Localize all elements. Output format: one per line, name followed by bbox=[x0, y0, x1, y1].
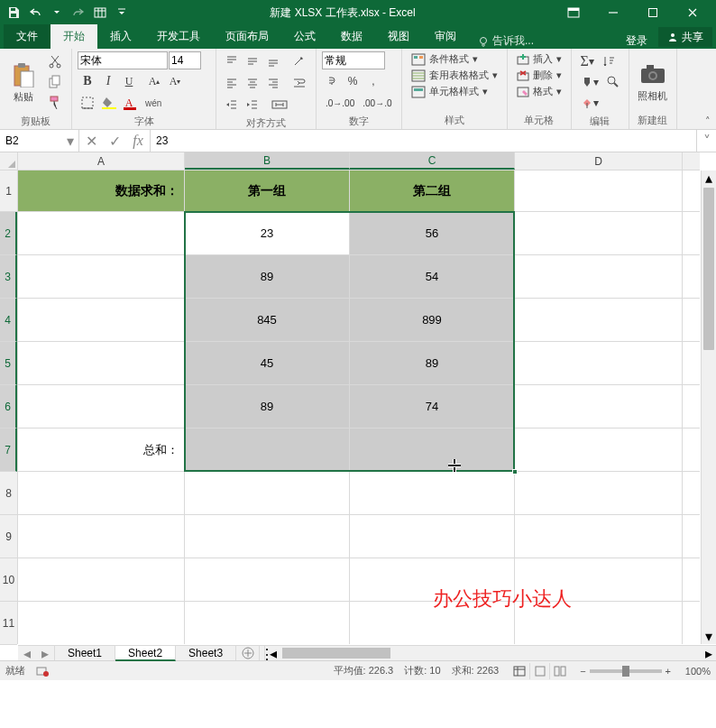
clear-icon[interactable]: ▾ bbox=[577, 93, 602, 113]
decrease-indent-icon[interactable] bbox=[222, 95, 242, 115]
increase-font-icon[interactable]: A▴ bbox=[144, 71, 164, 91]
conditional-format-button[interactable]: 条件格式 ▾ bbox=[408, 51, 501, 67]
currency-icon[interactable] bbox=[322, 71, 342, 91]
row-header[interactable]: 10 bbox=[0, 558, 17, 602]
cell[interactable]: 54 bbox=[350, 255, 515, 298]
find-select-icon[interactable] bbox=[603, 72, 623, 92]
row-header[interactable]: 3 bbox=[0, 255, 17, 299]
tell-me[interactable]: 告诉我... bbox=[469, 33, 543, 49]
row-header[interactable]: 4 bbox=[0, 299, 17, 342]
scroll-up-icon[interactable]: ▴ bbox=[702, 170, 716, 186]
autosum-icon[interactable]: Σ ▾ bbox=[577, 51, 598, 71]
bold-button[interactable]: B bbox=[78, 71, 97, 91]
cell[interactable] bbox=[18, 558, 185, 601]
save-icon[interactable] bbox=[4, 3, 23, 23]
view-page-layout-icon[interactable] bbox=[529, 663, 549, 679]
fx-icon[interactable]: fx bbox=[126, 130, 150, 152]
row-header[interactable]: 7 bbox=[0, 429, 17, 472]
cell[interactable] bbox=[515, 515, 683, 558]
name-box-input[interactable] bbox=[0, 134, 63, 147]
row-header[interactable]: 5 bbox=[0, 342, 17, 385]
sheet-nav-next-icon[interactable]: ▸ bbox=[36, 646, 54, 660]
tab-home[interactable]: 开始 bbox=[50, 24, 97, 49]
increase-indent-icon[interactable] bbox=[243, 95, 262, 115]
cell[interactable] bbox=[515, 472, 683, 514]
column-header[interactable]: D bbox=[515, 152, 683, 170]
decrease-decimal-icon[interactable]: .00→.0 bbox=[359, 93, 395, 113]
column-header[interactable]: C bbox=[350, 152, 515, 170]
cell[interactable]: 第一组 bbox=[185, 170, 350, 211]
zoom-control[interactable]: − + 100% bbox=[580, 666, 711, 677]
cell[interactable] bbox=[185, 515, 350, 558]
scroll-thumb[interactable] bbox=[703, 188, 714, 350]
sort-filter-icon[interactable] bbox=[599, 51, 619, 71]
cell[interactable] bbox=[18, 515, 185, 558]
share-button[interactable]: 共享 bbox=[658, 27, 712, 47]
paste-button[interactable]: 粘贴 bbox=[5, 51, 41, 113]
scroll-thumb[interactable] bbox=[282, 648, 390, 659]
cell[interactable]: 899 bbox=[350, 299, 515, 341]
horizontal-scrollbar[interactable]: ⋮ ◂ ▸ bbox=[260, 646, 716, 660]
tab-formula[interactable]: 公式 bbox=[281, 24, 328, 49]
formula-input[interactable] bbox=[151, 130, 696, 152]
orientation-icon[interactable] bbox=[289, 51, 308, 71]
cell[interactable] bbox=[18, 602, 185, 644]
format-as-table-button[interactable]: 套用表格格式 ▾ bbox=[408, 68, 501, 83]
phonetic-button[interactable]: wén bbox=[142, 93, 165, 113]
italic-button[interactable]: I bbox=[98, 71, 118, 91]
cell[interactable] bbox=[185, 429, 350, 471]
cell[interactable] bbox=[515, 255, 683, 298]
format-painter-icon[interactable] bbox=[44, 93, 66, 113]
copy-icon[interactable] bbox=[44, 72, 66, 92]
undo-more-icon[interactable] bbox=[47, 3, 67, 23]
align-top-icon[interactable] bbox=[222, 51, 242, 71]
sheet-nav-prev-icon[interactable]: ◂ bbox=[18, 646, 36, 660]
sheet-tab[interactable]: Sheet1 bbox=[55, 646, 115, 660]
row-header[interactable]: 9 bbox=[0, 515, 17, 558]
row-header[interactable]: 1 bbox=[0, 170, 17, 212]
camera-button[interactable]: 照相机 bbox=[635, 51, 671, 112]
cell[interactable] bbox=[515, 385, 683, 428]
comma-icon[interactable]: , bbox=[363, 71, 383, 91]
cell[interactable] bbox=[515, 342, 683, 384]
minimize-icon[interactable] bbox=[593, 0, 633, 25]
cancel-formula-icon[interactable]: ✕ bbox=[79, 130, 103, 152]
cell[interactable]: 74 bbox=[350, 385, 515, 428]
cell[interactable] bbox=[18, 342, 185, 384]
cell[interactable] bbox=[515, 299, 683, 341]
row-header[interactable]: 8 bbox=[0, 472, 17, 515]
font-size-select[interactable] bbox=[169, 51, 201, 69]
cell[interactable] bbox=[185, 558, 350, 601]
font-color-button[interactable]: A bbox=[121, 93, 141, 113]
cell[interactable] bbox=[185, 602, 350, 644]
tab-view[interactable]: 视图 bbox=[375, 24, 422, 49]
scroll-left-icon[interactable]: ◂ bbox=[265, 646, 280, 660]
align-left-icon[interactable] bbox=[222, 73, 242, 93]
tab-layout[interactable]: 页面布局 bbox=[213, 24, 281, 49]
cell[interactable] bbox=[350, 515, 515, 558]
fill-color-button[interactable] bbox=[98, 93, 120, 113]
scroll-right-icon[interactable]: ▸ bbox=[701, 646, 716, 660]
column-header[interactable]: A bbox=[18, 152, 185, 170]
undo-icon[interactable] bbox=[25, 3, 45, 23]
ribbon-display-icon[interactable] bbox=[554, 0, 593, 25]
tab-review[interactable]: 审阅 bbox=[422, 24, 469, 49]
table-icon[interactable] bbox=[90, 3, 110, 23]
column-header[interactable]: B bbox=[185, 152, 350, 170]
row-header[interactable]: 6 bbox=[0, 385, 17, 429]
name-box[interactable]: ▾ bbox=[0, 130, 79, 152]
vertical-scrollbar[interactable]: ▴ ▾ bbox=[701, 170, 716, 644]
tab-data[interactable]: 数据 bbox=[328, 24, 375, 49]
chevron-down-icon[interactable]: ▾ bbox=[63, 133, 78, 150]
cell[interactable]: 89 bbox=[185, 255, 350, 298]
row-header[interactable]: 2 bbox=[0, 212, 17, 255]
increase-decimal-icon[interactable]: .0→.00 bbox=[322, 93, 358, 113]
align-right-icon[interactable] bbox=[263, 73, 283, 93]
percent-icon[interactable]: % bbox=[343, 71, 363, 91]
merge-cells-icon[interactable] bbox=[268, 95, 291, 115]
cell[interactable] bbox=[350, 429, 515, 471]
view-normal-icon[interactable] bbox=[509, 663, 529, 679]
view-page-break-icon[interactable] bbox=[549, 663, 569, 679]
fill-icon[interactable]: ▾ bbox=[577, 72, 602, 92]
cell[interactable] bbox=[18, 212, 185, 254]
